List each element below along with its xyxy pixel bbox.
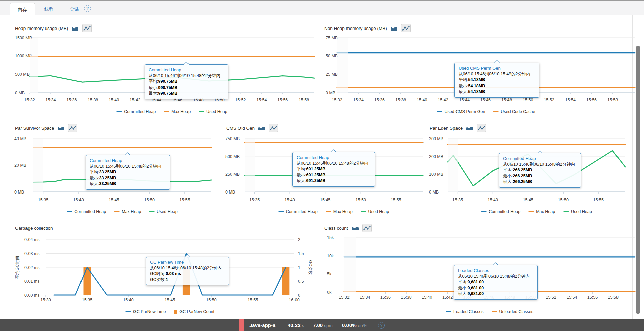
tooltip-row-label: 最小: bbox=[458, 286, 467, 290]
chart-title-nonheap: Non Heap memory usage (MB) bbox=[324, 24, 411, 32]
tooltip-row-label: 最小: bbox=[459, 84, 468, 88]
legend-item-max-heap[interactable]: Max Heap bbox=[326, 209, 353, 214]
line-chart-toggle-icon[interactable] bbox=[362, 224, 372, 232]
tooltip-row-label: 最大: bbox=[90, 181, 99, 186]
app-name[interactable]: Java-app-a bbox=[249, 319, 275, 331]
tooltip-row-label: 平均: bbox=[90, 170, 99, 174]
chart-title-survivor: Par Survivor Space bbox=[15, 124, 77, 132]
line-chart-toggle-icon[interactable] bbox=[401, 24, 411, 32]
tooltip-row: 最大:9,681.00 bbox=[458, 291, 534, 297]
tooltip-row: GC次数:1 bbox=[150, 277, 225, 283]
tooltip-row-label: 最小: bbox=[297, 173, 306, 177]
tooltip-title: Committed Heap bbox=[149, 67, 224, 73]
status-accent-bar bbox=[239, 319, 244, 331]
legend-item-loaded-classes[interactable]: Loaded Classes bbox=[446, 309, 484, 314]
tooltip-oldgen: Committed Heap从06/10 15:46到06/10 15:48的2… bbox=[292, 152, 375, 187]
legend-swatch-green bbox=[149, 211, 155, 212]
legend-item-committed-heap[interactable]: Committed Heap bbox=[67, 209, 106, 214]
tooltip-row-label: 最小: bbox=[149, 85, 158, 90]
tab-内存[interactable]: 内存 bbox=[10, 3, 35, 17]
legend-swatch-blue bbox=[481, 211, 487, 212]
chart-title-text: CMS Old Gen bbox=[226, 126, 255, 131]
tab-会话[interactable]: 会话 bbox=[62, 4, 87, 15]
tooltip-row-value: 54.18MB bbox=[468, 77, 485, 82]
tooltip-range: 从06/10 15:46到06/10 15:48的2分钟内 bbox=[459, 71, 535, 77]
tooltip-row-value: 691.25MB bbox=[306, 173, 325, 177]
legend-item-used-heap[interactable]: Used Heap bbox=[563, 209, 592, 214]
tooltip-row: 最小:691.25MB bbox=[297, 172, 371, 178]
legend-item-used-heap[interactable]: Used Heap bbox=[199, 109, 227, 114]
legend-item-unloaded-classes[interactable]: Unloaded Classes bbox=[492, 309, 533, 314]
tooltip-row-label: 平均: bbox=[297, 167, 306, 171]
tooltip-title: Committed Heap bbox=[90, 158, 166, 164]
tooltip-row-label: 平均: bbox=[459, 77, 468, 82]
legend-label: Committed Heap bbox=[74, 209, 106, 214]
tab-help-icon[interactable]: ? bbox=[84, 5, 91, 12]
chart-title-text: Par Survivor Space bbox=[15, 126, 54, 131]
legend-item-committed-heap[interactable]: Committed Heap bbox=[481, 209, 520, 214]
line-chart-toggle-icon[interactable] bbox=[68, 124, 77, 132]
legend-swatch-orange bbox=[164, 111, 169, 112]
tooltip-row: GC时间:0.03 ms bbox=[150, 271, 225, 277]
legend-survivor: Committed HeapMax HeapUsed Heap bbox=[33, 209, 211, 214]
chart-title-eden: Par Eden Space bbox=[430, 124, 486, 132]
legend-item-used-heap[interactable]: Used Heap bbox=[149, 209, 178, 214]
legend-swatch-orange bbox=[528, 211, 534, 212]
legend-swatch-blue bbox=[67, 211, 72, 212]
status-help-icon[interactable]: ? bbox=[378, 322, 385, 329]
tooltip-row-label: 最大: bbox=[297, 178, 306, 183]
tooltip-gc: GC ParNew Time从06/10 15:46到06/10 15:48的2… bbox=[146, 257, 229, 285]
throughput-unit: cpm bbox=[324, 323, 333, 328]
tooltip-row-value: 54.18MB bbox=[468, 89, 485, 94]
line-chart-toggle-icon[interactable] bbox=[82, 24, 92, 32]
legend-item-max-heap[interactable]: Max Heap bbox=[164, 109, 191, 114]
legend-item-committed-heap[interactable]: Committed Heap bbox=[116, 109, 156, 114]
tooltip-title: Loaded Classes bbox=[458, 268, 534, 274]
legend-item-gc-parnew-time[interactable]: GC ParNew Time bbox=[125, 309, 166, 314]
tooltip-caret-fill bbox=[125, 153, 130, 156]
area-chart-toggle-icon[interactable] bbox=[351, 224, 360, 232]
legend-label: Max Heap bbox=[122, 209, 141, 214]
legend-label: Committed Heap bbox=[489, 209, 520, 214]
tooltip-row: 最大:266.25MB bbox=[503, 179, 577, 185]
legend-label: Committed Heap bbox=[286, 209, 318, 214]
scrollbar-thumb[interactable] bbox=[636, 46, 640, 314]
area-chart-toggle-icon[interactable] bbox=[257, 124, 266, 132]
tooltip-row: 最小:9,681.00 bbox=[458, 285, 534, 291]
chart-title-text: Garbage collection bbox=[15, 226, 53, 231]
tooltip-caret-fill bbox=[493, 263, 498, 266]
legend-item-committed-heap[interactable]: Committed Heap bbox=[278, 209, 318, 214]
legend-item-max-heap[interactable]: Max Heap bbox=[528, 209, 555, 214]
legend-oldgen: Committed HeapMax HeapUsed Heap bbox=[245, 209, 423, 214]
tooltip-heap: Committed Heap从06/10 15:46到06/10 15:48的2… bbox=[145, 64, 228, 99]
legend-item-gc-parnew-count[interactable]: GC ParNew Count bbox=[174, 309, 214, 314]
tooltip-range: 从06/10 15:46到06/10 15:48的2分钟内 bbox=[503, 162, 577, 168]
legend-item-used-cms-perm-gen[interactable]: Used CMS Perm Gen bbox=[437, 109, 485, 114]
legend-item-used-heap[interactable]: Used Heap bbox=[361, 209, 389, 214]
tooltip-row-value: 33.25MB bbox=[99, 170, 116, 174]
tooltip-row-value: 9,681.00 bbox=[467, 280, 484, 284]
area-chart-toggle-icon[interactable] bbox=[56, 124, 66, 132]
tab-线程[interactable]: 线程 bbox=[37, 4, 61, 15]
chart-title-text: Par Eden Space bbox=[430, 126, 463, 131]
tooltip-row: 最小:266.25MB bbox=[503, 173, 577, 179]
legend-swatch-blue bbox=[278, 211, 284, 212]
tooltip-classcount: Loaded Classes从06/10 15:46到06/10 15:48的2… bbox=[454, 265, 538, 300]
tooltip-caret-fill bbox=[537, 151, 543, 154]
area-chart-toggle-icon[interactable] bbox=[389, 24, 399, 32]
legend-label: Used Heap bbox=[368, 209, 389, 214]
tooltip-row: 最大:691.25MB bbox=[297, 178, 371, 184]
legend-label: Max Heap bbox=[171, 109, 191, 114]
line-chart-toggle-icon[interactable] bbox=[477, 124, 486, 132]
area-chart-toggle-icon[interactable] bbox=[465, 124, 474, 132]
tooltip-row-value: 1 bbox=[166, 277, 168, 282]
legend-item-used-code-cache[interactable]: Used Code Cache bbox=[493, 109, 535, 114]
tooltip-eden: Committed Heap从06/10 15:46到06/10 15:48的2… bbox=[499, 153, 581, 188]
legend-label: Used CMS Perm Gen bbox=[444, 109, 485, 114]
legend-gc: GC ParNew TimeGC ParNew Count bbox=[46, 309, 294, 314]
response-time-unit: s bbox=[302, 323, 304, 328]
tooltip-row-value: 990.75MB bbox=[158, 79, 177, 84]
line-chart-toggle-icon[interactable] bbox=[269, 124, 278, 132]
legend-item-max-heap[interactable]: Max Heap bbox=[114, 209, 141, 214]
area-chart-toggle-icon[interactable] bbox=[70, 24, 80, 32]
